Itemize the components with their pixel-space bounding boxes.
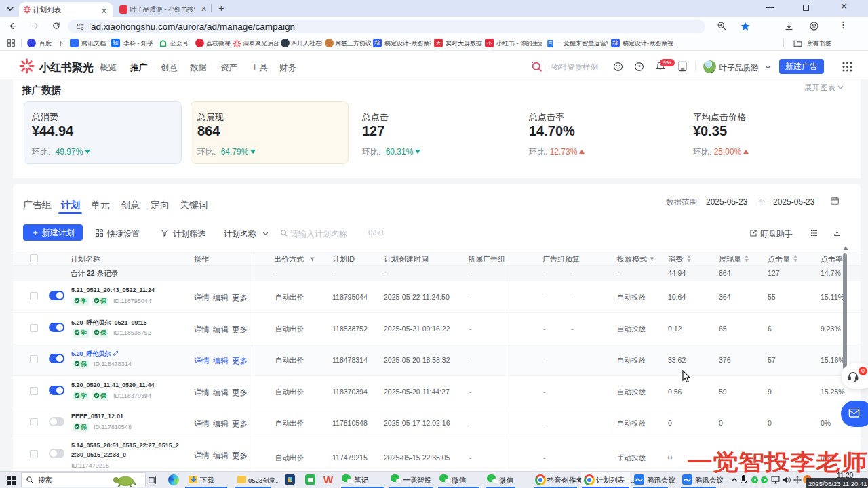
svg-text:?: ? [637,64,640,70]
